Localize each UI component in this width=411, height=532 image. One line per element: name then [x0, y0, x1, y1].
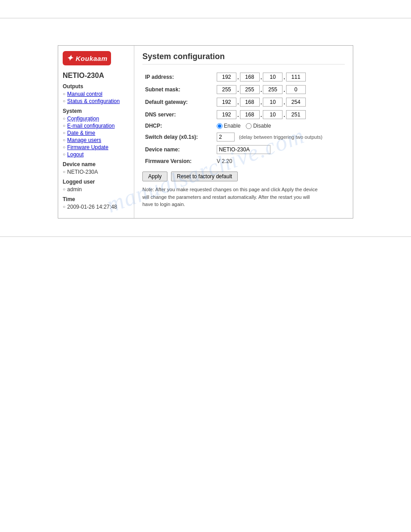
switch-delay-input[interactable] [217, 133, 235, 142]
dns-octet-3[interactable] [263, 110, 283, 119]
subnet-octet-4[interactable] [286, 85, 306, 94]
sidebar-logged-user-list: admin [63, 186, 129, 193]
row-ip-address: IP address: . . . [142, 71, 345, 83]
label-dhcp: DHCP: [142, 121, 214, 131]
row-default-gateway: Default gateway: . . . [142, 96, 345, 108]
row-device-name: Device name: [142, 143, 345, 156]
dns-dot-3: . [283, 112, 285, 118]
sidebar-item-date-time[interactable]: Date & time [63, 130, 129, 136]
sidebar-item-manual-control[interactable]: Manual control [63, 91, 129, 97]
dhcp-enable-radio[interactable] [217, 123, 223, 129]
sidebar-item-firmware-update[interactable]: Firmware Update [63, 144, 129, 150]
subnet-octet-2[interactable] [240, 85, 260, 94]
row-switch-delay: Switch delay (x0.1s): (delay between tri… [142, 131, 345, 143]
label-ip-address: IP address: [142, 71, 214, 83]
factory-reset-button[interactable]: Reset to factory default [171, 172, 238, 181]
gateway-octet-3[interactable] [263, 98, 283, 107]
gateway-octet-1[interactable] [217, 98, 236, 107]
sidebar-item-logout[interactable]: Logout [63, 151, 129, 158]
gateway-dot-2: . [261, 99, 262, 106]
section-heading-outputs: Outputs [63, 83, 129, 90]
main-container: ✦ Koukaam NETIO-230A Outputs Manual cont… [58, 45, 353, 219]
gateway-octet-2[interactable] [240, 98, 260, 107]
section-heading-device-name: Device name [63, 161, 129, 167]
device-name-input[interactable] [217, 145, 270, 154]
dhcp-radio-group: Enable Disable [217, 123, 342, 129]
logo-k-icon: ✦ [66, 53, 73, 63]
label-default-gateway: Default gateway: [142, 96, 214, 108]
logo-brand-name: Koukaam [76, 55, 107, 62]
sidebar: ✦ Koukaam NETIO-230A Outputs Manual cont… [58, 46, 134, 218]
sidebar-item-status-config[interactable]: Status & configuration [63, 98, 129, 104]
row-dns-server: DNS server: . . . [142, 108, 345, 121]
label-switch-delay: Switch delay (x0.1s): [142, 131, 214, 143]
section-heading-system: System [63, 108, 129, 114]
note-text: Note: After you make requested changes o… [142, 186, 321, 208]
ip-octet-4[interactable] [286, 73, 306, 82]
sidebar-item-configuration[interactable]: Configuration [63, 116, 129, 122]
top-rule [0, 18, 411, 18]
ip-dot-2: . [261, 74, 262, 81]
sidebar-logged-user-value: admin [63, 186, 129, 193]
ip-dot-1: . [237, 74, 239, 81]
gateway-octet-4[interactable] [286, 98, 306, 107]
dns-octet-4[interactable] [286, 110, 306, 119]
page-title: System configuration [142, 52, 345, 64]
ip-octet-3[interactable] [263, 73, 283, 82]
dhcp-disable-text: Disable [253, 123, 271, 129]
label-device-name: Device name: [142, 143, 214, 156]
label-subnet-mask: Subnet mask: [142, 83, 214, 96]
row-firmware-version: Firmware Version: V 2.20 [142, 156, 345, 166]
section-heading-logged-user: Logged user [63, 179, 129, 185]
device-title: NETIO-230A [63, 72, 129, 80]
sidebar-time-list: 2009-01-26 14:27:48 [63, 204, 129, 210]
dns-octet-1[interactable] [217, 110, 236, 119]
ip-address-group: . . . [217, 73, 342, 82]
section-heading-time: Time [63, 196, 129, 202]
sidebar-device-name-list: NETIO-230A [63, 169, 129, 175]
dns-octet-2[interactable] [240, 110, 260, 119]
config-form-table: IP address: . . . [142, 71, 345, 166]
dhcp-enable-text: Enable [224, 123, 240, 129]
dns-dot-1: . [237, 112, 239, 118]
dhcp-disable-radio[interactable] [246, 123, 252, 129]
subnet-octet-3[interactable] [263, 85, 283, 94]
row-dhcp: DHCP: Enable Disable [142, 121, 345, 131]
subnet-mask-group: . . . [217, 85, 342, 94]
ip-dot-3: . [283, 74, 285, 81]
label-dns-server: DNS server: [142, 108, 214, 121]
content-area: System configuration IP address: . [134, 46, 353, 218]
subnet-dot-1: . [237, 86, 239, 93]
firmware-version-value: V 2.20 [217, 158, 232, 164]
subnet-octet-1[interactable] [217, 85, 236, 94]
sidebar-item-email-config[interactable]: E-mail configuration [63, 123, 129, 129]
dhcp-disable-label[interactable]: Disable [246, 123, 271, 129]
gateway-dot-3: . [283, 99, 285, 106]
subnet-dot-3: . [283, 86, 285, 93]
sidebar-time-value: 2009-01-26 14:27:48 [63, 204, 129, 210]
label-firmware-version: Firmware Version: [142, 156, 214, 166]
delay-hint-text: (delay between triggering two outputs) [239, 134, 323, 140]
logo-area: ✦ Koukaam [63, 51, 129, 65]
ip-octet-1[interactable] [217, 73, 236, 82]
subnet-dot-2: . [261, 86, 262, 93]
dns-dot-2: . [261, 112, 262, 118]
button-row: Apply Reset to factory default [142, 172, 345, 181]
dhcp-enable-label[interactable]: Enable [217, 123, 240, 129]
logo-box: ✦ Koukaam [63, 51, 111, 65]
dns-group: . . . [217, 110, 342, 119]
sidebar-item-manage-users[interactable]: Manage users [63, 137, 129, 143]
sidebar-system-list: Configuration E-mail configuration Date … [63, 116, 129, 158]
apply-button[interactable]: Apply [142, 172, 167, 181]
ip-octet-2[interactable] [240, 73, 260, 82]
gateway-group: . . . [217, 98, 342, 107]
bottom-rule [0, 236, 411, 237]
gateway-dot-1: . [237, 99, 239, 106]
row-subnet-mask: Subnet mask: . . . [142, 83, 345, 96]
sidebar-outputs-list: Manual control Status & configuration [63, 91, 129, 104]
sidebar-device-name-value: NETIO-230A [63, 169, 129, 175]
